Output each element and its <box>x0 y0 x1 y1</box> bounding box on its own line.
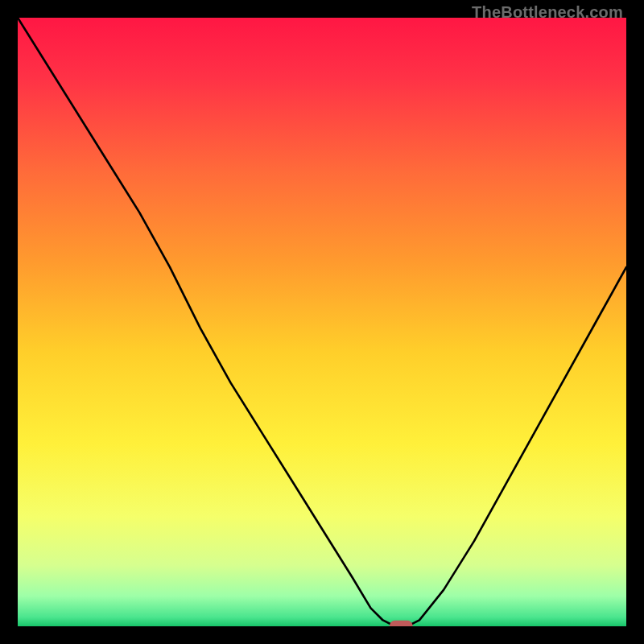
optimum-marker <box>18 18 626 626</box>
chart-stage: TheBottleneck.com <box>0 0 644 644</box>
svg-rect-1 <box>390 621 413 626</box>
plot-area <box>18 18 626 626</box>
